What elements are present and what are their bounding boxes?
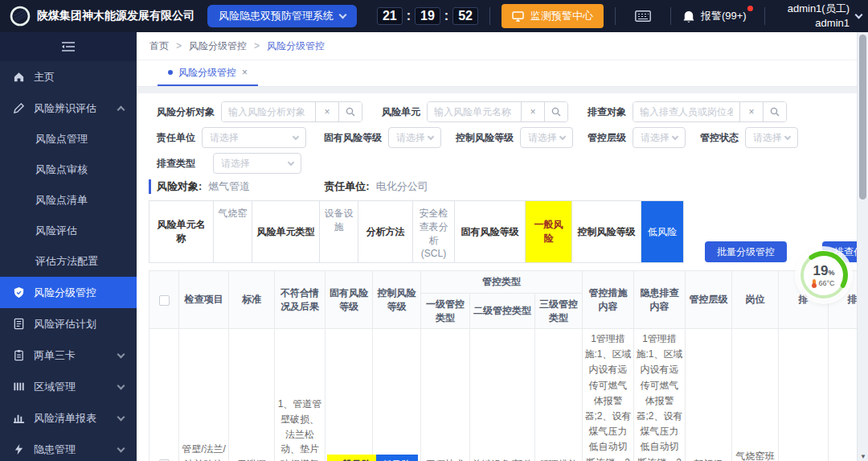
- system-name: 风险隐患双预防管理系统: [219, 9, 334, 23]
- chevron-down-icon: [293, 133, 299, 139]
- responsible-unit-select[interactable]: 请选择: [202, 127, 306, 148]
- chevron-down-icon: [559, 133, 566, 139]
- search-icon[interactable]: [763, 102, 786, 121]
- risk-unit-input[interactable]: [428, 102, 521, 121]
- col-header-post: 岗位: [732, 271, 779, 329]
- breadcrumb-item-home[interactable]: 首页: [149, 39, 169, 53]
- col-group-control-type: 管控类型: [421, 271, 583, 294]
- sidebar-item-risk-point-list[interactable]: 风险点清单: [0, 185, 137, 216]
- clipboard-icon: [13, 349, 25, 361]
- monitoring-center-button[interactable]: 监测预警中心: [502, 4, 604, 28]
- cell-post: 气烧窑班长: [732, 329, 779, 461]
- search-icon[interactable]: [338, 102, 362, 121]
- inspection-object-input[interactable]: [633, 102, 739, 121]
- sidebar-item-label: 风险点审核: [35, 163, 88, 177]
- sidebar-item-risk-assessment-plan[interactable]: 风险评估计划: [0, 308, 137, 340]
- cell-control-type-3: 管理措施: [535, 329, 583, 461]
- col-header-hazard-check: 隐患排查内容: [634, 271, 686, 329]
- cell-check-item: 管壁/法兰/法兰跨接线路: [179, 329, 229, 461]
- clear-icon[interactable]: ×: [739, 102, 763, 121]
- bar-chart-icon: [13, 412, 25, 424]
- select-all-checkbox[interactable]: [159, 295, 170, 306]
- vertical-scrollbar[interactable]: ▼: [857, 32, 868, 461]
- main-area: 主页 风险辨识评估 风险点管理 风险点审核 风险点清单 风险评估 评估方法配置 …: [0, 32, 868, 461]
- environment-gauge-widget[interactable]: 19% 66°C: [799, 250, 849, 300]
- sidebar-item-risk-assessment[interactable]: 风险评估: [0, 216, 137, 246]
- risk-object-label: 风险对象:: [149, 179, 202, 194]
- inspection-object-input-group: ×: [633, 101, 787, 122]
- breadcrumb-separator: >: [176, 40, 182, 51]
- control-risk-badge: 低风险: [376, 455, 418, 461]
- sidebar-item-assessment-method-config[interactable]: 评估方法配置: [0, 246, 137, 277]
- responsible-unit-label: 责任单位:: [324, 179, 369, 194]
- sidebar-item-risk-point-review[interactable]: 风险点审核: [0, 154, 137, 185]
- risk-analysis-object-input[interactable]: [222, 102, 315, 121]
- breadcrumb-item-risk-grading[interactable]: 风险分级管控: [189, 39, 247, 53]
- user-name: admin1: [788, 16, 850, 31]
- sidebar-item-label: 风险点清单: [35, 193, 88, 208]
- sidebar-item-two-lists-three-cards[interactable]: 两单三卡: [0, 340, 137, 371]
- breadcrumb-separator: >: [254, 40, 260, 51]
- sidebar-item-label: 主页: [34, 70, 55, 84]
- sidebar-item-area-management[interactable]: 区域管理: [0, 371, 137, 402]
- sidebar-item-risk-grading-control[interactable]: 风险分级管控: [0, 277, 137, 308]
- batch-grading-control-button[interactable]: 批量分级管控: [705, 241, 787, 262]
- select-all-header: [149, 271, 179, 329]
- tab-label: 风险分级管控: [178, 66, 236, 80]
- control-status-select[interactable]: 请选择: [745, 127, 798, 148]
- scrollbar-thumb[interactable]: [859, 35, 866, 200]
- alarm-button[interactable]: 报警(99+): [682, 9, 753, 23]
- sidebar-item-label: 评估方法配置: [35, 254, 98, 269]
- col-header-control-risk: 控制风险等级: [373, 271, 421, 329]
- sidebar-item-risk-identification[interactable]: 风险辨识评估: [0, 93, 137, 124]
- sidebar-item-label: 两单三卡: [34, 348, 76, 363]
- filter-label: 控制风险等级: [456, 131, 514, 145]
- cell-standard: 无泄漏: [229, 329, 275, 461]
- chevron-down-icon: [117, 381, 125, 389]
- sidebar-item-home[interactable]: 主页: [0, 61, 137, 93]
- cell-control-risk: 低风险: [373, 329, 421, 461]
- system-switcher-button[interactable]: 风险隐患双预防管理系统: [207, 5, 357, 27]
- control-level-select[interactable]: 请选择: [633, 127, 686, 148]
- responsible-unit-value: 电化分公司: [376, 179, 428, 194]
- user-menu[interactable]: admin1(员工) admin1: [788, 2, 862, 30]
- clear-icon[interactable]: ×: [315, 102, 338, 121]
- divider: [764, 7, 765, 25]
- tab-close-icon[interactable]: ×: [242, 67, 248, 78]
- col-header-inherent-risk: 固有风险等级: [326, 271, 373, 329]
- sidebar-item-risk-list-report[interactable]: 风险清单报表: [0, 402, 137, 434]
- search-icon[interactable]: [544, 102, 567, 121]
- sidebar-collapse-button[interactable]: [0, 32, 137, 61]
- summary-header: 固有风险等级: [455, 201, 526, 262]
- inherent-risk-level-select[interactable]: 请选择: [388, 127, 441, 148]
- breadcrumb-item-current[interactable]: 风险分级管控: [267, 39, 325, 53]
- clock-seconds: 52: [452, 7, 478, 25]
- inspection-type-select[interactable]: 请选择: [213, 153, 301, 174]
- control-risk-level-select[interactable]: 请选择: [520, 127, 573, 148]
- chevron-down-icon: [428, 133, 434, 139]
- document-icon: [13, 318, 25, 330]
- chevron-down-icon: [117, 444, 125, 452]
- clock-colon: :: [407, 9, 411, 23]
- tab-risk-grading-control[interactable]: 风险分级管控 ×: [158, 60, 258, 86]
- control-risk-badge: 低风险: [641, 201, 683, 262]
- cell-control-level: 部门级: [686, 329, 732, 461]
- row-select-cell: [149, 329, 179, 461]
- scrollbar-down-arrow[interactable]: ▼: [860, 453, 866, 460]
- sidebar-item-risk-point-management[interactable]: 风险点管理: [0, 124, 137, 154]
- clock-hours: 21: [377, 7, 403, 25]
- summary-table: 风险单元名称 气烧窑 风险单元类型 设备设施 分析方法 安全检查表分析(SCL)…: [149, 200, 684, 263]
- col-header-control-type-1: 一级管控类型: [421, 294, 470, 329]
- col-header-control-measures: 管控措施内容: [583, 271, 634, 329]
- cell-hazard-check: 1管理措施:1、区域内设有远传可燃气体报警器;2、设有煤气压力低自动切断连锁。2…: [634, 329, 686, 461]
- filter-label: 风险分析对象: [157, 105, 215, 119]
- summary-header: 分析方法: [358, 201, 413, 262]
- cell-nonconformity: 1、管道管壁破损、法兰松动、垫片破损煤气泄漏人员吸入、泄漏煤气遇火源着: [275, 329, 326, 461]
- clock-colon: :: [444, 9, 448, 23]
- divider: [489, 7, 490, 25]
- apps-grid-button[interactable]: [627, 10, 659, 22]
- pencil-edit-icon: [13, 102, 25, 114]
- sidebar-item-hazard-management[interactable]: 隐患管理: [0, 434, 137, 461]
- clear-icon[interactable]: ×: [521, 102, 544, 121]
- risk-object-line: 风险对象: 燃气管道 责任单位: 电化分公司: [149, 179, 868, 194]
